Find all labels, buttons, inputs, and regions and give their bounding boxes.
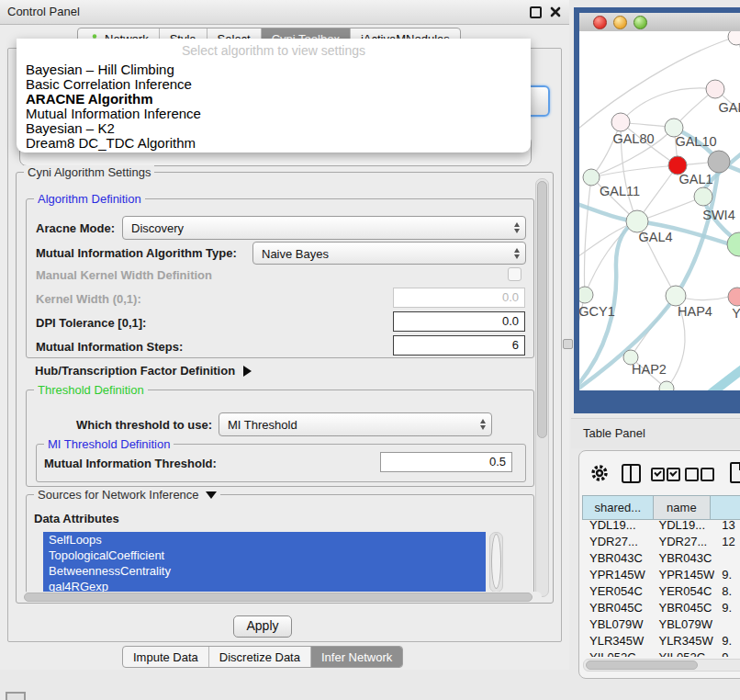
table-cell[interactable] <box>714 549 740 566</box>
sources-group-title[interactable]: Sources for Network Inference <box>34 488 220 502</box>
table-horizontal-scrollbar[interactable] <box>583 659 740 672</box>
table-cell[interactable]: 9. <box>714 632 740 649</box>
network-canvas[interactable]: GALGAL80GAL10GAL1GAL11SWI4GAL4GCY1HAP4YH… <box>579 31 740 390</box>
tab-discretize-data[interactable]: Discretize Data <box>209 647 311 667</box>
tab-infer-network[interactable]: Infer Network <box>311 647 402 667</box>
algorithm-option[interactable]: Mutual Information Inference <box>17 107 531 121</box>
algorithm-option[interactable]: ARACNE Algorithm <box>17 92 531 107</box>
attributes-scrollbar[interactable] <box>489 532 503 593</box>
table-cell[interactable]: 13 <box>714 516 740 533</box>
table-cell[interactable]: YIL052C <box>582 649 651 657</box>
node-top-partial[interactable] <box>728 31 740 45</box>
kernel-width-input[interactable]: 0.0 <box>393 288 525 308</box>
table-row[interactable]: YPR145WYPR145W9. <box>582 566 740 582</box>
checked-checkbox-icon[interactable] <box>651 468 665 481</box>
network-edge[interactable] <box>708 364 740 390</box>
node-swi4[interactable] <box>694 187 712 206</box>
table-cell[interactable]: 12 <box>714 533 740 549</box>
mi-threshold-input[interactable]: 0.5 <box>380 452 512 472</box>
table-row[interactable]: YBL079WYBL079W <box>582 615 740 632</box>
split-pane-handle[interactable] <box>563 339 573 349</box>
tab-impute-data[interactable]: Impute Data <box>123 647 209 667</box>
attribute-list-item[interactable]: BetweennessCentrality <box>43 563 486 579</box>
table-cell[interactable]: YBR045C <box>582 599 651 615</box>
table-cell[interactable]: YER054C <box>651 582 714 599</box>
mi-algorithm-type-select[interactable]: Naive Bayes <box>252 242 526 265</box>
table-cell[interactable]: 9. <box>714 566 740 582</box>
settings-vertical-scrollbar-thumb[interactable] <box>537 181 547 438</box>
algorithm-option[interactable]: Dream8 DC_TDC Algorithm <box>17 136 531 151</box>
settings-horizontal-scrollbar[interactable] <box>22 592 542 602</box>
table-cell[interactable]: YPR145W <box>651 566 714 582</box>
table-horizontal-scrollbar-thumb[interactable] <box>586 660 698 670</box>
zoom-traffic-light-icon[interactable] <box>633 16 647 29</box>
table-cell[interactable]: YBR045C <box>651 599 714 615</box>
table-cell[interactable]: YBR043C <box>582 549 651 566</box>
apply-button[interactable]: Apply <box>233 615 292 638</box>
gear-icon[interactable] <box>590 464 609 482</box>
aracne-mode-select[interactable]: Discovery <box>122 216 526 240</box>
algorithm-option[interactable]: Basic Correlation Inference <box>17 77 531 92</box>
algorithm-option[interactable]: Bayesian – Hill Climbing <box>17 62 531 77</box>
table-cell[interactable]: YIL052C <box>651 649 714 657</box>
node-gal11[interactable] <box>583 169 600 186</box>
attribute-list-item[interactable]: SelfLoops <box>43 532 486 548</box>
table-cell[interactable]: YBL079W <box>651 615 714 632</box>
mi-steps-input[interactable]: 6 <box>393 335 525 356</box>
table-cell[interactable]: YDR27... <box>582 533 651 549</box>
table-row[interactable]: YLR345WYLR345W9. <box>582 632 740 649</box>
attribute-list-item[interactable]: gal4RGexp <box>43 579 486 593</box>
table-cell[interactable]: YPR145W <box>582 566 651 582</box>
dpi-tolerance-input[interactable]: 0.0 <box>393 311 525 332</box>
table-row[interactable]: YBR043CYBR043C <box>582 549 740 566</box>
node-salmon[interactable] <box>728 288 740 306</box>
table-cell[interactable] <box>714 615 740 632</box>
table-cell[interactable]: YBL079W <box>582 615 651 632</box>
table-cell[interactable]: YLR345W <box>651 632 714 649</box>
unchecked-checkbox-icon[interactable] <box>685 468 699 481</box>
unchecked-checkbox-icon[interactable] <box>701 468 714 481</box>
columns-icon[interactable] <box>622 464 641 483</box>
attributes-scrollbar-thumb[interactable] <box>491 534 501 589</box>
minimize-traffic-light-icon[interactable] <box>613 16 627 29</box>
node-bottom[interactable] <box>659 381 674 390</box>
table-cell[interactable]: 9. <box>714 599 740 615</box>
table-cell[interactable]: YDL19... <box>651 516 714 533</box>
attribute-list-item[interactable]: TopologicalCoefficient <box>43 548 486 563</box>
algorithm-option[interactable]: Bayesian – K2 <box>17 121 531 136</box>
table-row[interactable]: YDL19...YDL19...13 <box>582 516 740 533</box>
float-window-icon[interactable] <box>530 6 542 18</box>
table-row[interactable]: YER054CYER054C8. <box>582 582 740 599</box>
network-edge[interactable] <box>621 88 715 122</box>
table-row[interactable]: YBR045CYBR045C9. <box>582 599 740 615</box>
node-table-rows[interactable]: YDL19...YDL19...13YDR27...YDR27...12YBR0… <box>582 516 740 657</box>
node-gray[interactable] <box>708 151 730 173</box>
new-table-icon[interactable] <box>730 462 740 483</box>
node-gcy1[interactable] <box>579 287 593 303</box>
data-attributes-list[interactable]: SelfLoopsTopologicalCoefficientBetweenne… <box>43 532 486 593</box>
which-threshold-select[interactable]: MI Threshold <box>219 412 492 436</box>
network-edge[interactable] <box>584 177 591 295</box>
node-hap4[interactable] <box>666 286 686 306</box>
table-cell[interactable]: YER054C <box>582 582 651 599</box>
table-cell[interactable]: YDL19... <box>582 516 651 533</box>
settings-horizontal-scrollbar-thumb[interactable] <box>24 593 533 602</box>
hub-definition-expander[interactable]: Hub/Transcription Factor Definition <box>35 362 252 378</box>
table-cell[interactable]: YBR043C <box>651 549 714 566</box>
network-window-titlebar[interactable] <box>579 13 740 32</box>
manual-kernel-checkbox[interactable] <box>508 267 521 281</box>
table-row[interactable]: YDR27...YDR27...12 <box>582 533 740 549</box>
table-cell[interactable]: YDR27... <box>651 533 714 549</box>
table-cell[interactable]: 8. <box>714 582 740 599</box>
checked-checkbox-icon[interactable] <box>667 468 680 481</box>
node-gal80[interactable] <box>611 113 630 131</box>
table-cell[interactable]: 9 <box>714 649 740 657</box>
control-panel-titlebar[interactable]: Control Panel <box>0 0 569 25</box>
table-cell[interactable]: YLR345W <box>582 632 651 649</box>
close-icon[interactable] <box>550 6 561 17</box>
close-traffic-light-icon[interactable] <box>593 16 607 29</box>
node-gal-top[interactable] <box>706 80 724 98</box>
network-edge[interactable] <box>585 221 637 295</box>
network-view-window[interactable]: GALGAL80GAL10GAL1GAL11SWI4GAL4GCY1HAP4YH… <box>574 7 740 413</box>
minimized-window-icon[interactable] <box>6 692 26 700</box>
